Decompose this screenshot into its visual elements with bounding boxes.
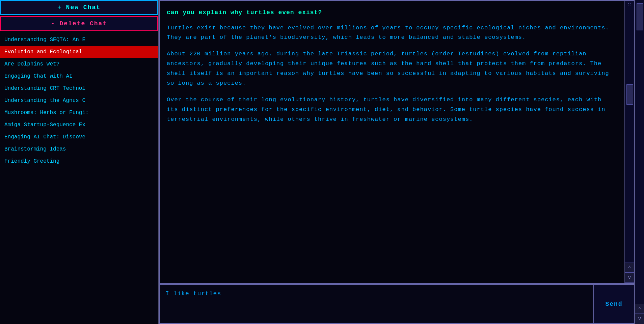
chat-list-item[interactable]: Engaging AI Chat: Discove [0, 131, 158, 143]
chat-scrollbar: :: ^ V [624, 1, 634, 283]
scroll-up-button[interactable]: ^ [625, 263, 634, 273]
outer-scrollbar: ^ V [635, 0, 644, 324]
input-area: Send [159, 284, 635, 324]
scrollbar-track[interactable] [625, 8, 634, 263]
scroll-dots: :: [627, 1, 632, 8]
chat-list-item[interactable]: Understanding the Agnus C [0, 94, 158, 107]
main-content: can you explain why turtles even exist? … [159, 0, 635, 324]
outer-scroll-down-button[interactable]: V [635, 314, 644, 324]
chat-list-item[interactable]: Brainstorming Ideas [0, 143, 158, 155]
response-paragraph: Turtles exist because they have evolved … [167, 23, 615, 43]
paragraphs-container: Turtles exist because they have evolved … [167, 23, 615, 125]
chat-list-item[interactable]: Amiga Startup-Sequence Ex [0, 119, 158, 131]
chat-list-item[interactable]: Evolution and Ecological [0, 46, 158, 58]
chat-list-item[interactable]: Engaging Chat with AI [0, 70, 158, 82]
outer-scroll-up-button[interactable]: ^ [635, 304, 644, 314]
chat-list-item[interactable]: Friendly Greeting [0, 155, 158, 167]
chat-list-item[interactable]: Mushrooms: Herbs or Fungi: [0, 107, 158, 119]
scrollbar-thumb[interactable] [626, 84, 633, 105]
chat-content: can you explain why turtles even exist? … [167, 7, 615, 125]
question-text: can you explain why turtles even exist? [167, 7, 615, 18]
sidebar: + New Chat - Delete Chat Understanding S… [0, 0, 159, 324]
outer-scroll-track[interactable] [635, 0, 644, 304]
response-paragraph: Over the course of their long evolutiona… [167, 95, 615, 125]
chat-list: Understanding SEQTA: An EEvolution and E… [0, 31, 158, 324]
send-button[interactable]: Send [594, 284, 635, 324]
chat-list-item[interactable]: Understanding CRT Technol [0, 82, 158, 94]
message-input[interactable] [159, 284, 594, 324]
chat-display: can you explain why turtles even exist? … [159, 0, 635, 284]
new-chat-button[interactable]: + New Chat [0, 0, 158, 15]
chat-content-area: can you explain why turtles even exist? … [167, 7, 627, 276]
chat-list-item[interactable]: Understanding SEQTA: An E [0, 34, 158, 46]
delete-chat-button[interactable]: - Delete Chat [0, 16, 158, 31]
chat-list-item[interactable]: Are Dolphins Wet? [0, 58, 158, 70]
scroll-down-button[interactable]: V [625, 273, 634, 283]
outer-scroll-thumb[interactable] [637, 3, 643, 30]
response-paragraph: About 220 million years ago, during the … [167, 49, 615, 88]
